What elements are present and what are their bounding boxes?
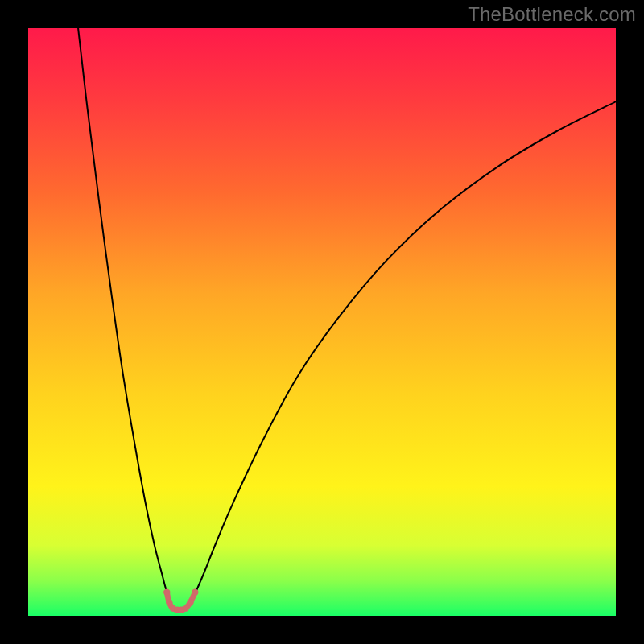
series-valley-marker-dot	[187, 599, 193, 605]
gradient-background	[28, 28, 616, 616]
series-valley-marker-dot	[182, 605, 188, 611]
series-valley-marker-dot	[163, 589, 170, 596]
series-valley-marker-dot	[192, 589, 198, 596]
plot-area	[28, 28, 616, 616]
plot-svg	[28, 28, 616, 616]
watermark-text: TheBottleneck.com	[468, 3, 636, 26]
series-valley-marker-dot	[166, 599, 172, 605]
chart-frame: TheBottleneck.com	[0, 0, 644, 644]
